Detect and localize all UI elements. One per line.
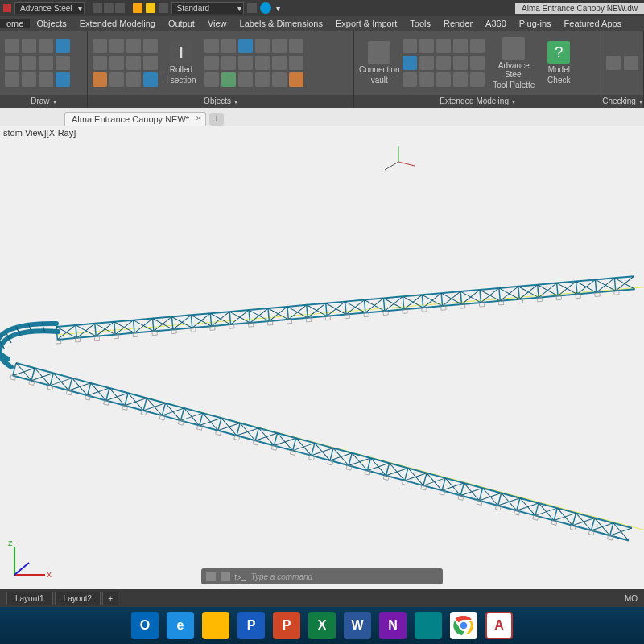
obj-tool[interactable] bbox=[143, 72, 158, 87]
draw-tool[interactable] bbox=[39, 72, 53, 87]
task-autocad[interactable]: A bbox=[485, 612, 513, 639]
draw-tool[interactable] bbox=[56, 72, 70, 87]
tab-home[interactable]: ome bbox=[0, 19, 30, 28]
draw-tool[interactable] bbox=[22, 72, 36, 87]
obj-tool[interactable] bbox=[109, 72, 124, 87]
task-excel[interactable]: X bbox=[308, 612, 336, 639]
ext-tool[interactable] bbox=[402, 72, 417, 87]
tab-view[interactable]: View bbox=[201, 19, 233, 28]
document-tab[interactable]: Alma Entrance Canopy NEW* ✕ bbox=[64, 112, 206, 126]
obj-tool[interactable] bbox=[272, 72, 287, 87]
obj-tool[interactable] bbox=[289, 72, 303, 87]
layout-tab[interactable]: Layout2 bbox=[55, 592, 101, 605]
qat-icon[interactable] bbox=[115, 3, 125, 13]
task-app[interactable] bbox=[415, 612, 442, 639]
autodesk-icon[interactable] bbox=[260, 2, 271, 14]
lock-icon[interactable] bbox=[159, 3, 168, 13]
obj-tool[interactable] bbox=[126, 39, 141, 53]
obj-tool[interactable] bbox=[126, 56, 141, 70]
obj-tool[interactable] bbox=[204, 72, 219, 87]
tool-palette-button[interactable]: Advance Steel Tool Palette bbox=[488, 37, 539, 89]
task-outlook[interactable]: O bbox=[131, 612, 159, 639]
rolled-isection-button[interactable]: I Rolled I section bbox=[161, 41, 201, 85]
chk-tool[interactable] bbox=[606, 56, 621, 70]
qat-icon[interactable] bbox=[93, 3, 102, 13]
chk-tool[interactable] bbox=[624, 56, 638, 70]
obj-tool[interactable] bbox=[255, 39, 270, 53]
panel-label[interactable]: Draw bbox=[0, 95, 87, 108]
obj-tool[interactable] bbox=[204, 39, 219, 53]
panel-label[interactable]: Checking bbox=[601, 95, 643, 108]
ext-tool[interactable] bbox=[436, 39, 451, 53]
close-icon[interactable]: ✕ bbox=[196, 114, 202, 122]
obj-tool[interactable] bbox=[238, 39, 253, 53]
obj-tool[interactable] bbox=[143, 56, 158, 70]
ext-tool[interactable] bbox=[419, 39, 434, 53]
view-label[interactable]: stom View][X-Ray] bbox=[3, 128, 76, 138]
obj-tool[interactable] bbox=[126, 72, 141, 87]
tab-featured[interactable]: Featured Apps bbox=[558, 19, 629, 28]
sun-icon[interactable] bbox=[146, 3, 155, 13]
tab-extended-modeling[interactable]: Extended Modeling bbox=[73, 19, 162, 28]
qat-icon[interactable] bbox=[104, 3, 114, 13]
ext-tool[interactable] bbox=[436, 56, 451, 70]
obj-tool[interactable] bbox=[93, 39, 107, 53]
ext-tool[interactable] bbox=[470, 72, 485, 87]
ext-tool[interactable] bbox=[470, 56, 485, 70]
new-tab-button[interactable]: + bbox=[209, 113, 224, 126]
obj-tool[interactable] bbox=[289, 56, 303, 70]
draw-tool[interactable] bbox=[39, 39, 53, 53]
tab-tools[interactable]: Tools bbox=[403, 19, 437, 28]
draw-tool[interactable] bbox=[22, 39, 36, 53]
task-chrome[interactable] bbox=[450, 612, 477, 639]
layout-tab[interactable]: Layout1 bbox=[6, 592, 53, 605]
task-publisher[interactable]: P bbox=[237, 612, 265, 639]
command-line[interactable]: ▷_ Type a command bbox=[201, 568, 443, 584]
ext-tool[interactable] bbox=[470, 39, 485, 53]
obj-tool[interactable] bbox=[289, 39, 303, 53]
obj-tool[interactable] bbox=[93, 72, 107, 87]
panel-label[interactable]: Extended Modeling bbox=[354, 95, 601, 108]
obj-tool[interactable] bbox=[255, 72, 270, 87]
obj-tool[interactable] bbox=[238, 56, 253, 70]
draw-tool[interactable] bbox=[39, 56, 53, 70]
ext-tool[interactable] bbox=[419, 56, 434, 70]
tab-output[interactable]: Output bbox=[162, 19, 201, 28]
obj-tool[interactable] bbox=[109, 56, 124, 70]
tab-a360[interactable]: A360 bbox=[479, 19, 513, 28]
task-ie[interactable]: e bbox=[167, 612, 194, 639]
obj-tool[interactable] bbox=[204, 56, 219, 70]
connection-vault-button[interactable]: Connection vault bbox=[359, 41, 399, 85]
obj-tool[interactable] bbox=[255, 56, 270, 70]
ext-tool[interactable] bbox=[402, 39, 417, 53]
draw-tool[interactable] bbox=[22, 56, 36, 70]
ext-tool[interactable] bbox=[419, 72, 434, 87]
tab-objects[interactable]: Objects bbox=[30, 19, 72, 28]
task-powerpoint[interactable]: P bbox=[273, 612, 300, 639]
obj-tool[interactable] bbox=[221, 72, 236, 87]
ext-tool[interactable] bbox=[453, 72, 468, 87]
ucs-icon[interactable]: Z X bbox=[6, 535, 55, 583]
obj-tool[interactable] bbox=[221, 56, 236, 70]
obj-tool[interactable] bbox=[221, 39, 236, 53]
close-icon[interactable] bbox=[206, 572, 216, 581]
model-check-button[interactable]: ? Model Check bbox=[543, 41, 575, 85]
obj-tool[interactable] bbox=[143, 39, 158, 53]
tab-labels[interactable]: Labels & Dimensions bbox=[233, 19, 329, 28]
viewport[interactable]: stom View][X-Ray] bbox=[0, 126, 644, 589]
draw-tool[interactable] bbox=[5, 72, 19, 87]
qat-icon[interactable] bbox=[247, 3, 257, 13]
style-dropdown[interactable]: Standard bbox=[171, 2, 244, 14]
wrench-icon[interactable] bbox=[221, 572, 230, 581]
obj-tool[interactable] bbox=[272, 39, 287, 53]
obj-tool[interactable] bbox=[93, 56, 107, 70]
ext-tool[interactable] bbox=[402, 56, 417, 70]
tab-export[interactable]: Export & Import bbox=[329, 19, 403, 28]
panel-label[interactable]: Objects bbox=[88, 95, 353, 108]
search-chevron[interactable]: ▾ bbox=[276, 4, 280, 13]
draw-tool[interactable] bbox=[56, 39, 70, 53]
obj-tool[interactable] bbox=[272, 56, 287, 70]
bulb-icon[interactable] bbox=[133, 3, 142, 13]
ext-tool[interactable] bbox=[436, 72, 451, 87]
draw-tool[interactable] bbox=[5, 39, 19, 53]
